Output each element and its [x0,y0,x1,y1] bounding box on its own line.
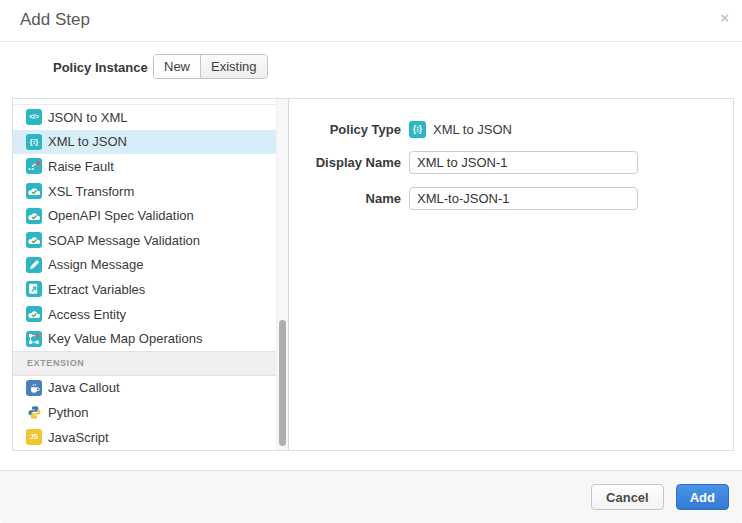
list-item-label: XML to JSON [48,134,127,149]
list-item-label: OpenAPI Spec Validation [48,208,194,223]
display-name-field[interactable] [409,151,638,174]
list-item[interactable]: Assign Message [13,253,276,278]
name-row: Name [289,187,733,210]
list-item-label: SOAP Message Validation [48,233,200,248]
list-item[interactable]: XSL Transform [13,179,276,204]
list-item[interactable]: SOAP Message Validation [13,228,276,253]
key-value-map-operations-icon [26,331,42,347]
dialog-header: Add Step × [0,0,742,42]
list-item[interactable]: </>JSON to XML [13,105,276,130]
list-item[interactable]: OpenAPI Spec Validation [13,203,276,228]
list-item[interactable]: Key Value Map Operations [13,326,276,351]
policy-type-row: Policy Type {⁝} XML to JSON [289,121,733,138]
java-callout-icon [26,380,42,396]
list-item-label: Python [48,405,88,420]
content-area: </>JSON to XML{⁝}XML to JSONRaise FaultX… [12,98,734,451]
name-field[interactable] [409,187,638,210]
list-item[interactable]: Python [13,400,276,425]
list-item-label: JavaScript [48,430,109,445]
soap-message-validation-icon [26,232,42,248]
extract-variables-icon [26,281,42,297]
python-icon [26,404,42,420]
list-item-label: Key Value Map Operations [48,331,202,346]
list-item-label: Raise Fault [48,159,114,174]
list-item-label: Extract Variables [48,282,145,297]
access-entity-icon [26,306,42,322]
xml-to-json-icon: {⁝} [409,121,426,138]
add-step-dialog: Add Step × Policy Instance New Existing … [0,0,742,523]
display-name-row: Display Name [289,151,733,174]
dialog-title: Add Step [20,10,90,30]
policy-type-label: Policy Type [289,122,401,137]
policy-list: </>JSON to XML{⁝}XML to JSONRaise FaultX… [13,99,289,450]
cancel-button[interactable]: Cancel [591,484,664,510]
list-section-header: EXTENSION [13,351,276,376]
close-icon[interactable]: × [720,8,729,28]
toggle-existing-button[interactable]: Existing [200,55,267,78]
policy-type-name: XML to JSON [433,122,512,137]
assign-message-icon [26,257,42,273]
javascript-icon: JS [26,429,42,445]
list-item[interactable]: Extract Variables [13,277,276,302]
raise-fault-icon [26,158,42,174]
openapi-spec-validation-icon [26,208,42,224]
dialog-footer: Cancel Add [0,470,742,523]
list-scrollbar-thumb[interactable] [279,320,286,446]
list-item[interactable]: {⁝}XML to JSON [13,130,276,155]
list-item[interactable]: Access Entity [13,302,276,327]
list-item-label: Assign Message [48,257,143,272]
policy-instance-row: Policy Instance New Existing [0,42,742,98]
xsl-transform-icon [26,183,42,199]
add-button[interactable]: Add [676,484,729,510]
json-to-xml-icon: </> [26,109,42,125]
list-scrollbar-track[interactable] [276,99,288,450]
xml-to-json-icon: {⁝} [26,134,42,150]
policy-type-value: {⁝} XML to JSON [409,121,512,138]
list-item[interactable]: Raise Fault [13,154,276,179]
name-label: Name [289,191,401,206]
list-item-label: XSL Transform [48,184,134,199]
toggle-new-button[interactable]: New [154,55,200,78]
list-item-label: Java Callout [48,380,120,395]
list-item[interactable]: JSJavaScript [13,425,276,450]
policy-detail-panel: Policy Type {⁝} XML to JSON Display Name… [289,99,733,450]
policy-instance-toggle: New Existing [153,54,268,79]
list-item[interactable]: Java Callout [13,376,276,401]
list-item-label: Access Entity [48,307,126,322]
policy-instance-label: Policy Instance [53,60,148,75]
display-name-label: Display Name [289,155,401,170]
list-item-label: JSON to XML [48,110,127,125]
